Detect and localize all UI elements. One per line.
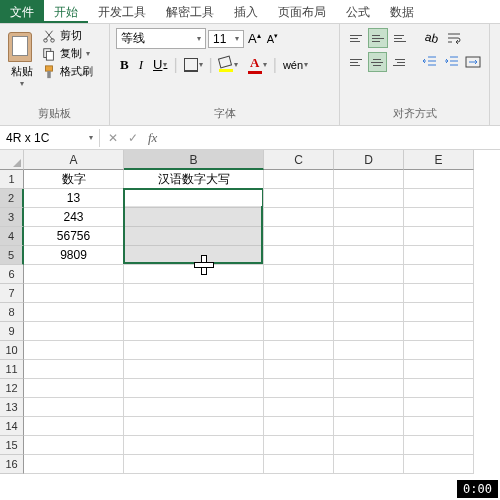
cell-E4[interactable] <box>404 227 474 246</box>
cell-C14[interactable] <box>264 417 334 436</box>
col-header-E[interactable]: E <box>404 150 474 170</box>
cell-B11[interactable] <box>124 360 264 379</box>
border-button[interactable]: ▾ <box>180 56 207 74</box>
row-header-4[interactable]: 4 <box>0 227 24 246</box>
cell-C13[interactable] <box>264 398 334 417</box>
cell-E13[interactable] <box>404 398 474 417</box>
increase-indent-button[interactable] <box>442 52 462 72</box>
enter-icon[interactable]: ✓ <box>128 131 138 145</box>
cell-E12[interactable] <box>404 379 474 398</box>
cut-button[interactable]: 剪切 <box>42 28 93 43</box>
cell-C8[interactable] <box>264 303 334 322</box>
orientation-button[interactable]: ab <box>422 28 442 48</box>
cell-E15[interactable] <box>404 436 474 455</box>
underline-button[interactable]: U▾ <box>149 55 171 74</box>
cell-D13[interactable] <box>334 398 404 417</box>
cell-B5[interactable] <box>124 246 264 265</box>
cell-D8[interactable] <box>334 303 404 322</box>
cell-A13[interactable] <box>24 398 124 417</box>
fill-color-button[interactable]: ▾ <box>215 55 242 74</box>
cell-E16[interactable] <box>404 455 474 474</box>
cell-B1[interactable]: 汉语数字大写 <box>124 170 264 189</box>
row-header-1[interactable]: 1 <box>0 170 24 189</box>
copy-button[interactable]: 复制▾ <box>42 46 93 61</box>
bold-button[interactable]: B <box>116 55 133 75</box>
row-header-8[interactable]: 8 <box>0 303 24 322</box>
cell-D12[interactable] <box>334 379 404 398</box>
italic-button[interactable]: I <box>135 55 147 75</box>
cell-A8[interactable] <box>24 303 124 322</box>
cell-B10[interactable] <box>124 341 264 360</box>
cell-C11[interactable] <box>264 360 334 379</box>
cell-D14[interactable] <box>334 417 404 436</box>
cell-D15[interactable] <box>334 436 404 455</box>
cell-B3[interactable] <box>124 208 264 227</box>
row-header-16[interactable]: 16 <box>0 455 24 474</box>
fx-icon[interactable]: fx <box>148 130 157 146</box>
cancel-icon[interactable]: ✕ <box>108 131 118 145</box>
row-header-10[interactable]: 10 <box>0 341 24 360</box>
cell-A1[interactable]: 数字 <box>24 170 124 189</box>
cell-B6[interactable] <box>124 265 264 284</box>
tab-1[interactable]: 开发工具 <box>88 0 156 23</box>
cell-C12[interactable] <box>264 379 334 398</box>
align-middle-button[interactable] <box>368 28 388 48</box>
tab-6[interactable]: 数据 <box>380 0 424 23</box>
cell-B12[interactable] <box>124 379 264 398</box>
cell-E2[interactable] <box>404 189 474 208</box>
cell-D4[interactable] <box>334 227 404 246</box>
row-header-2[interactable]: 2 <box>0 189 24 208</box>
cell-D11[interactable] <box>334 360 404 379</box>
cell-A5[interactable]: 9809 <box>24 246 124 265</box>
cell-D7[interactable] <box>334 284 404 303</box>
cell-B7[interactable] <box>124 284 264 303</box>
cell-A6[interactable] <box>24 265 124 284</box>
tab-4[interactable]: 页面布局 <box>268 0 336 23</box>
align-top-button[interactable] <box>346 28 366 48</box>
format-painter-button[interactable]: 格式刷 <box>42 64 93 79</box>
cell-E5[interactable] <box>404 246 474 265</box>
cell-A10[interactable] <box>24 341 124 360</box>
font-color-button[interactable]: A▾ <box>244 53 271 76</box>
decrease-indent-button[interactable] <box>420 52 440 72</box>
select-all-button[interactable] <box>0 150 24 170</box>
cell-E10[interactable] <box>404 341 474 360</box>
cell-A14[interactable] <box>24 417 124 436</box>
cell-A16[interactable] <box>24 455 124 474</box>
cell-A2[interactable]: 13 <box>24 189 124 208</box>
align-center-button[interactable] <box>368 52 388 72</box>
tab-3[interactable]: 插入 <box>224 0 268 23</box>
cell-C7[interactable] <box>264 284 334 303</box>
cell-B15[interactable] <box>124 436 264 455</box>
cell-A7[interactable] <box>24 284 124 303</box>
row-header-14[interactable]: 14 <box>0 417 24 436</box>
col-header-C[interactable]: C <box>264 150 334 170</box>
tab-file[interactable]: 文件 <box>0 0 44 23</box>
cell-E7[interactable] <box>404 284 474 303</box>
align-bottom-button[interactable] <box>390 28 410 48</box>
cell-B16[interactable] <box>124 455 264 474</box>
tab-5[interactable]: 公式 <box>336 0 380 23</box>
cell-B9[interactable] <box>124 322 264 341</box>
col-header-D[interactable]: D <box>334 150 404 170</box>
cell-A11[interactable] <box>24 360 124 379</box>
cell-A3[interactable]: 243 <box>24 208 124 227</box>
cell-A4[interactable]: 56756 <box>24 227 124 246</box>
cell-D16[interactable] <box>334 455 404 474</box>
cell-D2[interactable] <box>334 189 404 208</box>
cell-D1[interactable] <box>334 170 404 189</box>
cell-D9[interactable] <box>334 322 404 341</box>
cell-C6[interactable] <box>264 265 334 284</box>
cell-C1[interactable] <box>264 170 334 189</box>
cell-D10[interactable] <box>334 341 404 360</box>
row-header-5[interactable]: 5 <box>0 246 24 265</box>
cell-C5[interactable] <box>264 246 334 265</box>
font-size-select[interactable]: 11▾ <box>208 30 244 48</box>
row-header-6[interactable]: 6 <box>0 265 24 284</box>
cell-A9[interactable] <box>24 322 124 341</box>
cell-E8[interactable] <box>404 303 474 322</box>
cell-A15[interactable] <box>24 436 124 455</box>
cell-B4[interactable] <box>124 227 264 246</box>
cell-B14[interactable] <box>124 417 264 436</box>
cell-E14[interactable] <box>404 417 474 436</box>
